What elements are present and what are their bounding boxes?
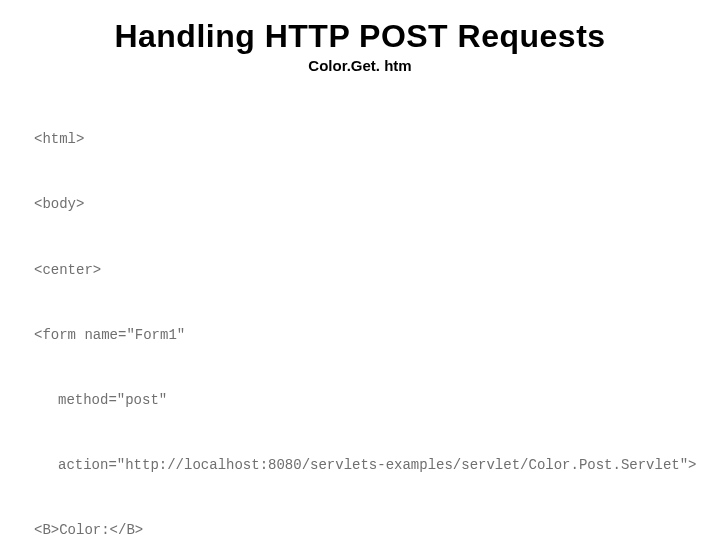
code-line: <html> [34, 129, 690, 151]
code-line: <body> [34, 194, 690, 216]
code-line: <center> [34, 260, 690, 282]
code-line: <B>Color:</B> [34, 520, 690, 540]
slide-container: Handling HTTP POST Requests Color.Get. h… [0, 0, 720, 540]
page-subtitle: Color.Get. htm [30, 57, 690, 74]
code-line: <form name="Form1" [34, 325, 690, 347]
code-line: action="http://localhost:8080/servlets-e… [34, 455, 690, 477]
page-title: Handling HTTP POST Requests [30, 18, 690, 55]
code-block: <html> <body> <center> <form name="Form1… [30, 86, 690, 540]
code-line: method="post" [34, 390, 690, 412]
